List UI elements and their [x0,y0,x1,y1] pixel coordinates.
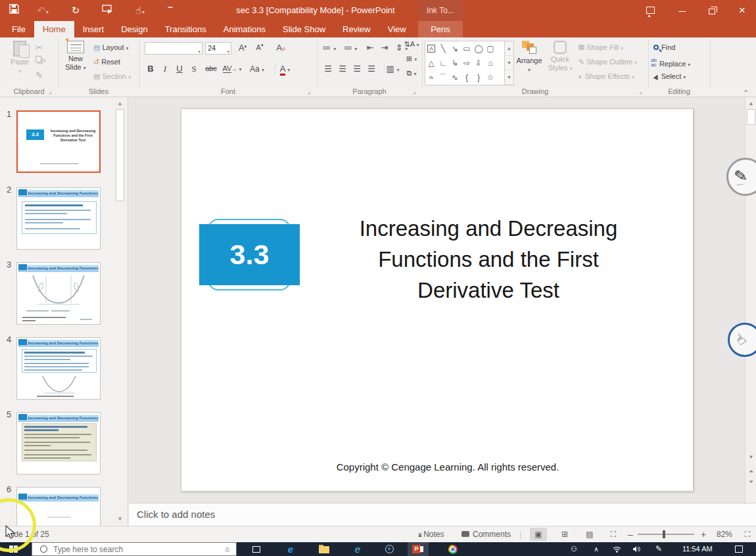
shapes-scroll-up-icon[interactable]: ▲ [505,41,513,56]
shape-rounded-rectangle-icon[interactable]: ▢ [484,41,496,56]
redo-icon[interactable]: ↻ [67,3,84,18]
shape-star-icon[interactable]: ☆ [484,70,496,85]
shape-rectangle-icon[interactable]: ▭ [461,41,473,56]
clipboard-dialog-launcher-icon[interactable]: ⌟ [49,88,51,95]
minimize-icon[interactable] [668,0,696,21]
shape-text-box-icon[interactable]: A [425,41,437,56]
bullets-icon[interactable]: ≔ ▾ [321,43,338,53]
cortana-icon[interactable] [385,545,394,553]
notes-placeholder[interactable]: Click to add notes [137,509,215,520]
scroll-up-icon[interactable]: ▲ [746,99,756,108]
paste-button[interactable]: Paste▾ [5,41,34,76]
chrome-icon[interactable] [448,545,458,554]
start-from-beginning-icon[interactable] [99,3,116,18]
powerpoint-taskbar-button[interactable]: P [408,542,429,556]
ribbon-display-options-icon[interactable] [636,0,664,21]
ink-workspace-icon[interactable]: ✎ [652,542,665,556]
clear-formatting-icon[interactable]: A [273,43,288,53]
scroll-down-icon[interactable]: ▼ [746,452,756,462]
taskbar-search-box[interactable]: ⌂ [32,542,237,556]
tab-review[interactable]: Review [334,21,379,37]
shape-arc-icon[interactable]: ⌒ [437,70,449,85]
shape-flowchart-icon[interactable]: ⌂ [484,56,496,70]
increase-font-size-icon[interactable]: A▴ [235,43,250,53]
file-explorer-icon[interactable] [319,546,329,553]
layout-button[interactable]: ▤ Layout ▾ [93,43,129,52]
tab-view[interactable]: View [379,21,415,37]
convert-smartart-icon[interactable]: ⧉ ▾ [402,69,421,78]
touch-pointer-button[interactable]: ☝ [728,323,756,357]
slide-thumbnail-4[interactable]: Increasing and Decreasing Functions [16,337,101,400]
shapes-more-icon[interactable]: ▼ [505,70,513,85]
shape-elbow-connector-icon[interactable]: ∟ [437,56,449,70]
tab-animations[interactable]: Animations [215,21,274,37]
shape-arrow-icon[interactable]: ↘ [449,41,461,56]
font-dialog-launcher-icon[interactable]: ⌟ [308,88,310,95]
align-center-icon[interactable]: ☰ [335,64,350,74]
shadow-icon[interactable]: S [187,64,201,74]
select-button[interactable]: ▶Select ▾ [653,72,686,80]
zoom-out-icon[interactable]: – [628,526,633,542]
shapes-gallery-scrollbar[interactable]: ▲ ▼ ▼ [505,41,514,85]
internet-explorer-icon[interactable]: e [350,542,366,556]
shape-triangle-icon[interactable]: △ [425,56,437,70]
notes-pane[interactable]: Click to add notes [129,503,756,526]
font-color-icon[interactable]: A ▾ [275,64,295,74]
columns-icon[interactable]: ▥ ▾ [384,64,401,74]
font-name-combobox[interactable]: ▾ [145,42,202,55]
slide-thumbnail-2[interactable]: Increasing and Decreasing Functions [16,187,101,250]
thumb-scroll-up-icon[interactable]: ▲ [115,99,125,108]
find-button[interactable]: Find [653,43,675,51]
people-tray-icon[interactable]: ⚇ [567,542,581,556]
increase-indent-icon[interactable]: ⇥ [377,43,392,53]
thumb-scrollbar-thumb[interactable] [116,109,124,201]
tab-transitions[interactable]: Transitions [156,21,215,37]
shape-oval-icon[interactable]: ◯ [473,41,484,56]
new-slide-button[interactable]: NewSlide ▾ [60,41,91,72]
bold-icon[interactable]: B [143,64,158,74]
show-hidden-icons-chevron[interactable]: ∧ [590,542,602,556]
decrease-indent-icon[interactable]: ⇤ [363,43,377,53]
shapes-gallery[interactable]: A ╲ ↘ ▭ ◯ ▢ △ ∟ ↳ ⇨ ⇩ ⌂ ≈ ⌒ ∿ { } ☆ [425,41,505,85]
change-case-icon[interactable]: Aa ▾ [247,64,267,74]
slide-thumbnail-5[interactable]: Increasing and Decreasing Functions [16,412,101,475]
tab-file[interactable]: File [0,21,34,37]
align-left-icon[interactable]: ☰ [321,64,335,74]
shape-curve-icon[interactable]: ∿ [449,70,461,85]
tab-pens[interactable]: Pens [418,21,463,37]
shapes-scroll-down-icon[interactable]: ▼ [505,56,513,70]
format-painter-icon[interactable]: ✎ [35,70,43,80]
thumb-scroll-down-icon[interactable]: ▼ [115,514,125,524]
tab-design[interactable]: Design [112,21,156,37]
next-slide-icon[interactable]: ⏷ [746,477,756,487]
shape-scribble-icon[interactable]: ≈ [425,70,437,85]
close-icon[interactable]: × [728,0,756,21]
normal-view-icon[interactable]: ▣ [530,528,547,541]
character-spacing-icon[interactable]: AV↔ ▾ [222,64,242,72]
shape-outline-button[interactable]: ✎ Shape Outline ▾ [579,58,637,66]
wifi-icon[interactable] [610,542,623,556]
volume-icon[interactable] [630,542,643,556]
zoom-slider-thumb[interactable] [663,530,665,538]
zoom-in-icon[interactable]: + [701,526,706,542]
drawing-dialog-launcher-icon[interactable]: ⌟ [639,88,642,95]
previous-slide-icon[interactable]: ⏶ [746,467,756,476]
reset-button[interactable]: ↺ Reset [93,58,120,66]
clock[interactable]: 11:54 AM [682,542,713,556]
zoom-slider-track[interactable] [638,534,694,535]
underline-icon[interactable]: U [172,64,187,74]
slide-show-view-icon[interactable]: ⛶ [605,528,622,541]
shape-effects-button[interactable]: ◐ Shape Effects ▾ [579,72,634,80]
section-badge[interactable]: 3.3 [199,224,300,285]
customize-qat-icon[interactable]: ▔▾ [162,3,179,18]
search-input[interactable] [53,543,211,555]
align-right-icon[interactable]: ☰ [350,64,364,74]
task-view-icon[interactable] [248,542,264,556]
slide-thumbnail-3[interactable]: Increasing and Decreasing Functions [16,262,101,325]
align-text-icon[interactable]: ⊞ ▾ [402,55,421,63]
section-button[interactable]: ▤ Section ▾ [93,72,131,81]
shape-fill-button[interactable]: Shape Fill ▾ [579,43,623,51]
reading-view-icon[interactable]: ▤ [581,528,598,541]
copy-icon[interactable]: ▾ [35,56,46,64]
text-direction-icon[interactable]: ⇅A ▾ [402,40,421,49]
